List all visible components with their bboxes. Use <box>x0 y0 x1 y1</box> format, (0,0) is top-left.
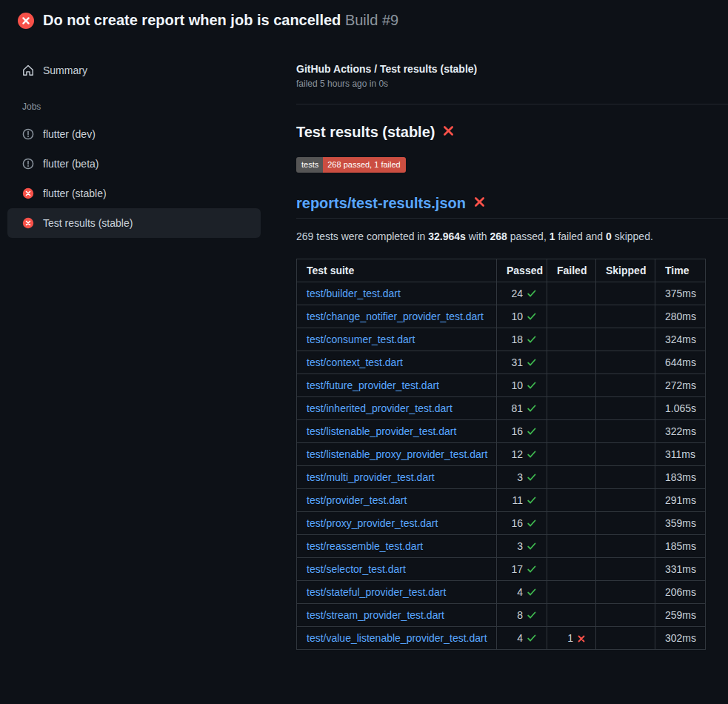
table-row: test/inherited_provider_test.dart811.065… <box>297 397 706 420</box>
time-cell: 291ms <box>655 489 706 512</box>
summary-mid2: passed, <box>507 230 550 242</box>
run-status-text: failed 5 hours ago in 0s <box>296 79 728 89</box>
failed-cell <box>547 282 596 305</box>
table-row: test/builder_test.dart24375ms <box>297 282 706 305</box>
suite-cell: test/consumer_test.dart <box>297 328 497 351</box>
badge-status: 268 passed, 1 failed <box>323 157 405 173</box>
sidebar-item-flutter-beta[interactable]: flutter (beta) <box>7 149 261 179</box>
skipped-cell <box>596 627 655 650</box>
count: 24 <box>511 288 523 299</box>
skipped-cell <box>596 604 655 627</box>
count: 3 <box>517 540 523 552</box>
sidebar-item-test-results-stable[interactable]: Test results (stable) <box>7 208 261 238</box>
failed-cell <box>547 420 596 443</box>
table-row: test/change_notifier_provider_test.dart1… <box>297 305 706 328</box>
suite-link[interactable]: test/listenable_provider_test.dart <box>307 425 456 437</box>
job-label: flutter (dev) <box>43 128 96 140</box>
page-title: Do not create report when job is cancell… <box>43 12 398 29</box>
job-label: Test results (stable) <box>43 217 133 229</box>
suite-link[interactable]: test/multi_provider_test.dart <box>307 471 435 483</box>
suite-link[interactable]: test/provider_test.dart <box>307 494 407 506</box>
time-cell: 272ms <box>655 374 706 397</box>
check-icon <box>527 472 537 482</box>
suite-link[interactable]: test/proxy_provider_test.dart <box>307 517 438 529</box>
failed-cell <box>547 604 596 627</box>
jobs-list: flutter (dev) flutter (beta) <box>7 119 261 238</box>
skipped-cell <box>596 581 655 604</box>
skipped-cell <box>596 305 655 328</box>
passed-cell: 8 <box>497 604 547 627</box>
suite-link[interactable]: test/stateful_provider_test.dart <box>307 586 446 598</box>
suite-cell: test/change_notifier_provider_test.dart <box>297 305 497 328</box>
table-row: test/listenable_provider_test.dart16322m… <box>297 420 706 443</box>
check-icon <box>527 610 537 620</box>
suite-cell: test/context_test.dart <box>297 351 497 374</box>
passed-cell: 16 <box>497 420 547 443</box>
suite-cell: test/stateful_provider_test.dart <box>297 581 497 604</box>
count: 11 <box>512 494 523 506</box>
check-icon <box>527 495 537 505</box>
sidebar-item-flutter-stable[interactable]: flutter (stable) <box>7 179 261 208</box>
check-run-meta: GitHub Actions / Test results (stable) f… <box>296 63 728 104</box>
summary-passed-count: 268 <box>490 230 507 242</box>
passed-cell: 4 <box>497 581 547 604</box>
suite-link[interactable]: test/value_listenable_provider_test.dart <box>307 632 487 644</box>
check-icon <box>527 357 537 368</box>
table-row: test/value_listenable_provider_test.dart… <box>297 627 706 650</box>
suite-cell: test/value_listenable_provider_test.dart <box>297 627 497 650</box>
suite-link[interactable]: test/builder_test.dart <box>307 288 401 299</box>
time-cell: 644ms <box>655 351 706 374</box>
summary-prefix: 269 tests were completed in <box>296 230 428 242</box>
table-row: test/context_test.dart31644ms <box>297 351 706 374</box>
suite-cell: test/stream_provider_test.dart <box>297 604 497 627</box>
summary-skipped-count: 0 <box>606 230 612 242</box>
suite-cell: test/listenable_proxy_provider_test.dart <box>297 443 497 466</box>
table-row: test/multi_provider_test.dart3183ms <box>297 466 706 489</box>
count: 4 <box>517 586 523 598</box>
header-row: Test suite Passed Failed Skipped Time <box>297 259 706 282</box>
col-failed: Failed <box>547 259 596 282</box>
sidebar-item-summary[interactable]: Summary <box>7 56 261 85</box>
passed-cell: 17 <box>497 558 547 581</box>
breadcrumb: GitHub Actions / Test results (stable) <box>296 63 728 75</box>
suite-link[interactable]: test/context_test.dart <box>307 356 403 368</box>
report-title-link[interactable]: reports/test-results.json <box>296 195 466 212</box>
failed-cell <box>547 374 596 397</box>
count: 3 <box>517 471 523 483</box>
failed-cell <box>547 443 596 466</box>
count: 4 <box>517 632 523 644</box>
count: 81 <box>511 402 523 414</box>
neutral-status-icon <box>22 158 34 170</box>
jobs-section-label: Jobs <box>7 85 261 119</box>
failed-cell <box>547 351 596 374</box>
time-cell: 324ms <box>655 328 706 351</box>
count: 16 <box>511 425 523 437</box>
failure-circle-icon <box>22 187 34 199</box>
report-title: reports/test-results.json <box>296 195 728 219</box>
results-table-head: Test suite Passed Failed Skipped Time <box>297 259 706 282</box>
time-cell: 206ms <box>655 581 706 604</box>
check-icon <box>527 541 537 551</box>
suite-link[interactable]: test/stream_provider_test.dart <box>307 609 444 621</box>
suite-link[interactable]: test/future_provider_test.dart <box>307 379 439 391</box>
failed-cell <box>547 581 596 604</box>
passed-cell: 81 <box>497 397 547 420</box>
table-row: test/reassemble_test.dart3185ms <box>297 535 706 558</box>
time-cell: 375ms <box>655 282 706 305</box>
passed-cell: 3 <box>497 466 547 489</box>
skipped-cell <box>596 535 655 558</box>
suite-link[interactable]: test/selector_test.dart <box>307 563 406 575</box>
suite-link[interactable]: test/listenable_proxy_provider_test.dart <box>307 448 487 460</box>
skipped-cell <box>596 489 655 512</box>
suite-link[interactable]: test/consumer_test.dart <box>307 333 415 345</box>
summary-duration: 32.964s <box>428 230 466 242</box>
summary-mid3: failed and <box>555 230 607 242</box>
failed-cell <box>547 558 596 581</box>
suite-link[interactable]: test/inherited_provider_test.dart <box>307 402 453 414</box>
check-icon <box>527 426 537 436</box>
time-cell: 331ms <box>655 558 706 581</box>
suite-link[interactable]: test/change_notifier_provider_test.dart <box>307 311 484 322</box>
sidebar-item-flutter-dev[interactable]: flutter (dev) <box>7 119 261 149</box>
passed-cell: 31 <box>497 351 547 374</box>
suite-link[interactable]: test/reassemble_test.dart <box>307 540 423 552</box>
